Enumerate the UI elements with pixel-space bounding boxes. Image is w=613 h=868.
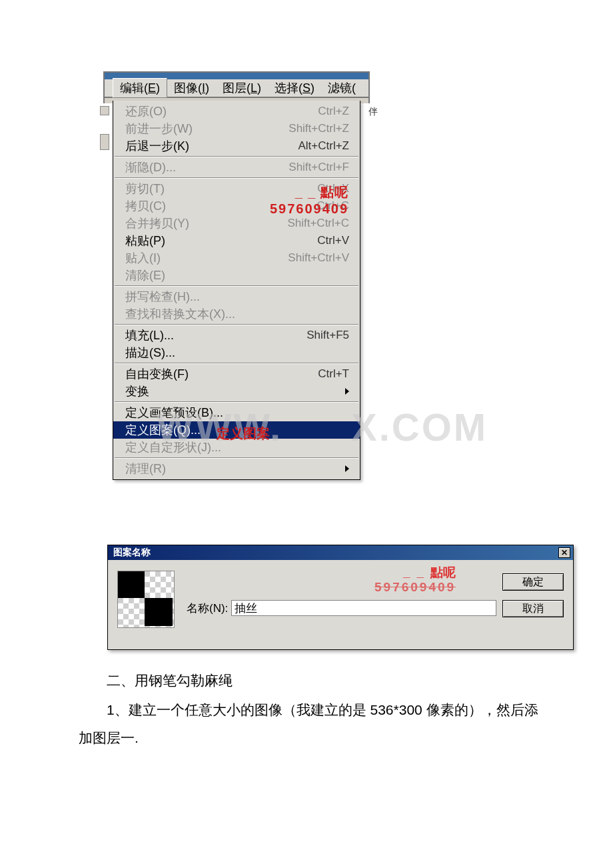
menu-item-label: 定义图案(Q)... — [125, 422, 349, 438]
chevron-right-icon — [345, 388, 349, 395]
menu-item-label: 还原(O) — [125, 103, 318, 119]
toolbar-fragment-left-1 — [100, 106, 109, 115]
cancel-button[interactable]: 取消 — [502, 600, 564, 617]
pattern-preview — [117, 571, 175, 628]
menu-item-shortcut: Ctrl+X — [317, 182, 349, 195]
chevron-right-icon — [345, 465, 349, 472]
menu-item-label: 合并拷贝(Y) — [125, 215, 287, 231]
menu-item-label: 自由变换(F) — [125, 366, 318, 382]
name-field-label: 名称(N): — [187, 601, 228, 616]
menu-item-label: 前进一步(W) — [125, 121, 289, 137]
menu-separator — [115, 363, 358, 364]
menu-item[interactable]: 粘贴(P)Ctrl+V — [113, 232, 360, 249]
menu-item-label: 填充(L)... — [125, 327, 306, 343]
menubar: 编辑(E) 图像(I) 图层(L) 选择(S) 滤镜( — [103, 79, 370, 98]
menu-item-shortcut: Alt+Ctrl+Z — [298, 139, 349, 153]
toolbar-fragment-left-2 — [100, 134, 109, 150]
menu-item: 合并拷贝(Y)Shift+Ctrl+C — [113, 215, 360, 232]
menu-item: 拷贝(C)Ctrl+C — [113, 197, 360, 215]
menu-item: 拼写检查(H)... — [113, 288, 360, 305]
menu-item: 贴入(I)Shift+Ctrl+V — [113, 249, 360, 267]
article-heading-2: 二、用钢笔勾勒麻绳 — [79, 667, 538, 695]
menu-item[interactable]: 后退一步(K)Alt+Ctrl+Z — [113, 137, 360, 155]
menu-item-label: 清除(E) — [125, 267, 349, 283]
menu-separator — [115, 285, 358, 287]
menu-item[interactable]: 填充(L)...Shift+F5 — [113, 327, 360, 344]
article-step-1: 1、建立一个任意大小的图像（我建立的是 536*300 像素的），然后添加图层一… — [79, 696, 538, 752]
menu-item: 渐隐(D)...Shift+Ctrl+F — [113, 159, 360, 176]
menu-item-label: 定义画笔预设(B)... — [125, 405, 349, 421]
screenshot-edit-menu: 编辑(E) 图像(I) 图层(L) 选择(S) 滤镜( 伴 还原(O)Ctrl+… — [103, 71, 370, 103]
menu-item-shortcut: Shift+Ctrl+F — [289, 161, 349, 174]
menu-item-label: 变换 — [125, 383, 341, 399]
menu-item[interactable]: 自由变换(F)Ctrl+T — [113, 365, 360, 383]
menu-item-label: 描边(S)... — [125, 345, 349, 361]
menu-item: 前进一步(W)Shift+Ctrl+Z — [113, 120, 360, 137]
menu-item-label: 拷贝(C) — [125, 198, 316, 214]
menu-item-label: 拼写检查(H)... — [125, 289, 349, 305]
menu-item-label: 查找和替换文本(X)... — [125, 306, 349, 322]
menu-item-shortcut: Shift+Ctrl+Z — [289, 122, 349, 135]
menu-image[interactable]: 图像(I) — [167, 79, 216, 97]
menu-layer[interactable]: 图层(L) — [216, 79, 268, 97]
menu-edit[interactable]: 编辑(E) — [113, 78, 167, 98]
edit-dropdown: 还原(O)Ctrl+Z前进一步(W)Shift+Ctrl+Z后退一步(K)Alt… — [113, 101, 360, 480]
pattern-name-input[interactable] — [231, 600, 496, 616]
menu-filter[interactable]: 滤镜( — [321, 79, 362, 97]
menu-item: 查找和替换文本(X)... — [113, 305, 360, 323]
dialog-title-text: 图案名称 — [113, 547, 558, 559]
menu-item-shortcut: Shift+Ctrl+V — [288, 251, 349, 265]
menu-item-shortcut: Ctrl+V — [317, 234, 349, 247]
menu-item-shortcut: Ctrl+Z — [318, 105, 349, 118]
menu-select[interactable]: 选择(S) — [268, 79, 321, 97]
menu-separator — [115, 457, 358, 459]
menu-item-label: 剪切(T) — [125, 181, 317, 197]
article-body: 二、用钢笔勾勒麻绳 1、建立一个任意大小的图像（我建立的是 536*300 像素… — [79, 667, 538, 752]
menu-item: 清除(E) — [113, 267, 360, 284]
menu-item[interactable]: 定义画笔预设(B)... — [113, 404, 360, 421]
menu-item-label: 贴入(I) — [125, 250, 288, 266]
menu-separator — [115, 324, 358, 325]
menu-item-shortcut: Ctrl+T — [318, 367, 349, 381]
dialog-titlebar: 图案名称 ✕ — [108, 545, 573, 560]
menu-item-label: 后退一步(K) — [125, 138, 298, 154]
menu-item: 定义自定形状(J)... — [113, 439, 360, 456]
watermark-background-right: X.COM — [351, 405, 488, 449]
menu-item-shortcut: Ctrl+C — [316, 199, 349, 213]
menu-item: 还原(O)Ctrl+Z — [113, 103, 360, 120]
menu-item-shortcut: Shift+F5 — [306, 329, 349, 342]
close-icon[interactable]: ✕ — [558, 547, 570, 558]
menu-item[interactable]: 描边(S)... — [113, 344, 360, 361]
menu-item: 剪切(T)Ctrl+X — [113, 180, 360, 197]
pattern-name-dialog: 图案名称 ✕ 名称(N): 确定 取消 __點呢 597609409 — [107, 545, 574, 650]
menu-item-label: 定义自定形状(J)... — [125, 439, 349, 455]
menu-item-label: 清理(R) — [125, 461, 341, 477]
menu-item-label: 渐隐(D)... — [125, 159, 289, 175]
menu-item: 清理(R) — [113, 460, 360, 477]
menu-separator — [115, 401, 358, 403]
menu-item-shortcut: Shift+Ctrl+C — [287, 217, 349, 230]
menu-item[interactable]: 变换 — [113, 383, 360, 400]
menu-item-label: 粘贴(P) — [125, 233, 317, 249]
menu-separator — [115, 177, 358, 179]
ok-button[interactable]: 确定 — [502, 573, 564, 591]
menu-item[interactable]: 定义图案(Q)... — [113, 421, 360, 439]
menu-separator — [115, 156, 358, 157]
sidebar-fragment-right: 伴 — [368, 106, 375, 119]
